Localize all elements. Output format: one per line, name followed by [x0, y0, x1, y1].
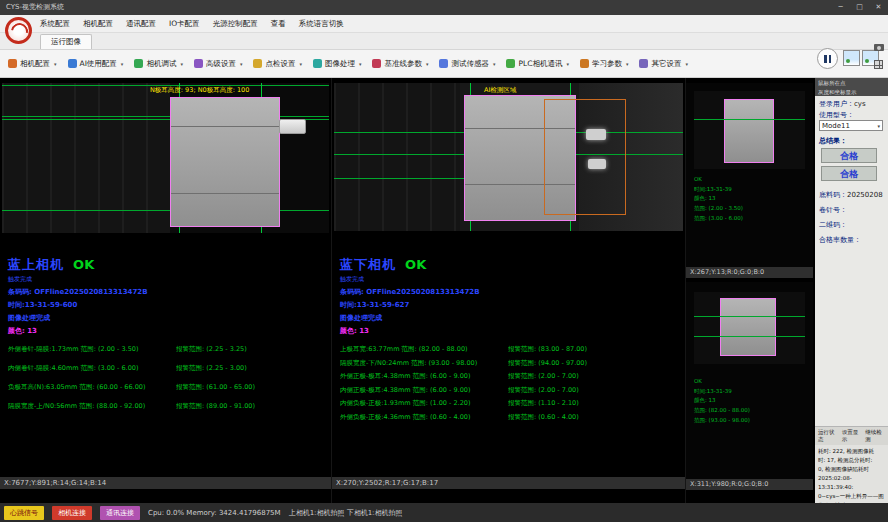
thumbnail-image	[694, 292, 805, 364]
color-index: 颜色: 13	[340, 326, 681, 336]
toolbar-sensor-test[interactable]: 测试传感器 ▾	[436, 55, 498, 73]
logo-swirl-icon	[8, 20, 32, 44]
result-line: 范围: (82.00 - 88.00)	[694, 406, 750, 416]
alarm-range: 报警范围: (83.00 - 87.00)	[508, 345, 681, 354]
stats-line: 2025:02:08-13:31:39:40:	[818, 474, 885, 492]
stats-line: 耗时: 222, 检测图像耗	[818, 447, 885, 456]
measurement-value: 上极耳宽:63.77mm 范围: (82.00 - 88.00)	[340, 345, 508, 354]
toolbar-baseline-params[interactable]: 基准线参数 ▾	[369, 55, 431, 73]
stats-line: 0~cys~一种上料异——图	[818, 492, 885, 501]
thumbnail-column: OK 时间:13-31-39 颜色: 13 范围: (2.00 - 3.50) …	[686, 78, 814, 503]
grid-icon-button[interactable]	[874, 60, 885, 69]
toolbar-image-process[interactable]: 图像处理 ▾	[310, 55, 365, 73]
result-line: 时间:13-31-39	[694, 387, 750, 397]
thumbnail-view-bottom[interactable]: OK 时间:13-31-39 颜色: 13 范围: (82.00 - 88.00…	[686, 282, 813, 490]
chevron-down-icon: ▾	[299, 61, 302, 67]
camera-connect-badge: 相机连接	[52, 506, 92, 520]
toolbar-label: PLC相机通讯	[518, 59, 562, 69]
measurement-value: 内侧正极-极耳:4.38mm 范围: (6.00 - 9.00)	[340, 386, 508, 395]
chevron-down-icon: ▾	[566, 61, 569, 67]
part-edge-line	[171, 193, 279, 194]
toolbar-plc-comm[interactable]: PLC相机通讯 ▾	[503, 55, 571, 73]
stats-tab-display[interactable]: 设置显示	[842, 429, 862, 443]
alarm-range: 报警范围: (0.60 - 4.00)	[508, 413, 681, 422]
result-box-upper: 合格	[821, 148, 877, 163]
chevron-down-icon: ▾	[180, 61, 183, 67]
measurement-list: 上极耳宽:63.77mm 范围: (82.00 - 88.00) 报警范围: (…	[340, 345, 681, 422]
menu-item-system-config[interactable]: 系统配置	[40, 19, 70, 29]
barcode-text: 条码码: OFFline2025020813313472B	[8, 287, 327, 297]
cpu-memory-text: Cpu: 0.0% Memory: 3424.41796875M	[148, 509, 281, 517]
measurement-value: 隔膜宽度-下/N0:24mm 范围: (93.00 - 98.00)	[340, 359, 508, 368]
tab-run-image[interactable]: 运行图像	[40, 34, 92, 49]
measurement-value: 外侧正极-极耳:4.38mm 范围: (6.00 - 9.00)	[340, 372, 508, 381]
camera-name: 蓝上相机	[8, 257, 64, 272]
cell-part-region	[720, 298, 776, 356]
menu-item-light-config[interactable]: 光源控制配置	[213, 19, 258, 29]
alarm-range: 报警范围: (2.25 - 3.25)	[176, 345, 327, 354]
thumbnail-view-top[interactable]: OK 时间:13-31-39 颜色: 13 范围: (2.00 - 3.50) …	[686, 83, 813, 278]
upper-camera-image[interactable]: N极耳高度: 93; N0极耳高度: 100	[2, 83, 329, 233]
grid-line	[875, 65, 882, 66]
menu-item-view[interactable]: 查看	[271, 19, 286, 29]
maximize-button[interactable]: □	[850, 0, 869, 15]
pause-button[interactable]	[817, 48, 838, 69]
chevron-down-icon: ▾	[121, 61, 124, 67]
chevron-down-icon: ▾	[240, 61, 243, 67]
main-area: N极耳高度: 93; N0极耳高度: 100 蓝上相机 OK 触发完成 条码码:…	[0, 78, 888, 503]
result-line: 范围: (3.00 - 6.00)	[694, 214, 743, 224]
menu-item-language-switch[interactable]: 系统语言切换	[299, 19, 344, 29]
toolbar-camera-debug[interactable]: 相机调试 ▾	[131, 55, 186, 73]
pass-rate-label: 合格率数量：	[819, 235, 886, 245]
pause-icon	[829, 55, 832, 63]
measurement-row: 上极耳宽:63.77mm 范围: (82.00 - 88.00) 报警范围: (…	[340, 345, 681, 354]
toolbar-camera-config[interactable]: 相机配置 ▾	[5, 55, 60, 73]
advanced-settings-icon	[194, 59, 203, 68]
lower-camera-view: AI检测区域 蓝下相机 OK 触发完成 条码码: OFFline20250208…	[332, 78, 686, 503]
spot-check-icon	[253, 59, 262, 68]
baseline-line	[694, 316, 805, 317]
toolbar-spot-check[interactable]: 点检设置 ▾	[250, 55, 305, 73]
camera-name: 蓝下相机	[340, 257, 396, 272]
measurement-row: 隔膜宽度-下/N0:24mm 范围: (93.00 - 98.00) 报警范围:…	[340, 359, 681, 368]
toolbar-ai-config[interactable]: AI使用配置 ▾	[65, 55, 127, 73]
result-line: 颜色: 13	[694, 194, 743, 204]
menu-item-comm-config[interactable]: 通讯配置	[126, 19, 156, 29]
other-settings-icon	[639, 59, 648, 68]
minimize-button[interactable]: ─	[831, 0, 850, 15]
thumbnail-result-lines: OK 时间:13-31-39 颜色: 13 范围: (2.00 - 3.50) …	[694, 175, 743, 223]
toolbar-learning-params[interactable]: 学习参数 ▾	[577, 55, 632, 73]
highlight-blob	[586, 129, 606, 140]
result-line: OK	[694, 377, 750, 387]
mouse-info-line: 鼠标所在点	[818, 79, 885, 88]
result-line: 范围: (93.00 - 98.00)	[694, 416, 750, 426]
toolbar-advanced-settings[interactable]: 高级设置 ▾	[191, 55, 246, 73]
camera-icon-button[interactable]	[874, 44, 885, 51]
stats-tab-continue[interactable]: 继续检测	[865, 429, 885, 443]
toolbar-label: 相机调试	[146, 59, 176, 69]
measurement-row: 外侧卷针-隔膜:1.73mm 范围: (2.00 - 3.50) 报警范围: (…	[8, 345, 327, 354]
chevron-down-icon: ▾	[54, 61, 57, 67]
menu-item-io-config[interactable]: IO卡配置	[169, 19, 200, 29]
result-line: 范围: (2.00 - 3.50)	[694, 204, 743, 214]
stats-tab-run-state[interactable]: 运行状态	[818, 429, 838, 443]
pixel-coords-bar: X:270;Y:2502;R:17;G:17;B:17	[332, 477, 685, 489]
batch-code-value: 20250208	[847, 191, 883, 199]
toolbar-label: 学习参数	[592, 59, 622, 69]
toolbar-label: 相机配置	[20, 59, 50, 69]
measurement-value: 外侧负极-正极:4.36mm 范围: (0.60 - 4.00)	[340, 413, 508, 422]
measurement-list: 外侧卷针-隔膜:1.73mm 范围: (2.00 - 3.50) 报警范围: (…	[8, 345, 327, 411]
toolbar-other-settings[interactable]: 其它设置 ▾	[636, 55, 691, 73]
barcode-text: 条码码: OFFline2025020813313472B	[340, 287, 681, 297]
stats-line: 时: 17, 检测总分耗时:	[818, 456, 885, 465]
model-select[interactable]: Mode11 ▾	[819, 120, 883, 131]
lower-camera-image[interactable]: AI检测区域	[334, 83, 683, 231]
menu-item-camera-config[interactable]: 相机配置	[83, 19, 113, 29]
upper-camera-view: N极耳高度: 93; N0极耳高度: 100 蓝上相机 OK 触发完成 条码码:…	[0, 78, 332, 503]
measurement-row: 内侧卷针-隔膜:4.60mm 范围: (3.00 - 6.00) 报警范围: (…	[8, 364, 327, 373]
camera-debug-icon	[134, 59, 143, 68]
close-button[interactable]: ✕	[869, 0, 888, 15]
chevron-down-icon: ▾	[493, 61, 496, 67]
chevron-down-icon: ▾	[685, 61, 688, 67]
capture-image-button[interactable]	[843, 50, 860, 66]
